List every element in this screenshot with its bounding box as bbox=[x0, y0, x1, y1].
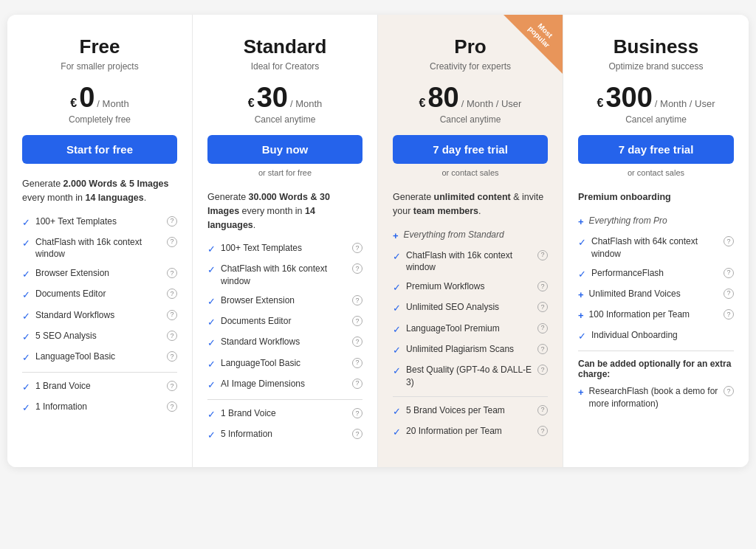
cta-button-free[interactable]: Start for free bbox=[22, 135, 177, 164]
plan-tagline-standard: Ideal for Creators bbox=[207, 61, 362, 72]
price-amount-pro: 80 bbox=[427, 83, 458, 111]
plus-icon: + bbox=[393, 229, 399, 243]
price-row-free: € 0 / Month bbox=[22, 83, 177, 111]
feature-item: ✓ Unlimited Plagiarism Scans ? bbox=[393, 343, 548, 357]
plan-col-business: BusinessOptimize brand success € 300 / M… bbox=[563, 15, 749, 467]
price-amount-business: 300 bbox=[605, 83, 652, 111]
check-icon: ✓ bbox=[393, 405, 401, 418]
feature-label: 100 Information per Team bbox=[589, 308, 718, 321]
feature-item: ✓ AI Image Dimensions ? bbox=[207, 378, 362, 392]
price-period-pro: / Month / User bbox=[461, 98, 522, 109]
feature-item: ✓ Best Quality (GPT-4o & DALL-E 3) ? bbox=[393, 364, 548, 389]
feature-label: LanguageTool Basic bbox=[221, 357, 347, 370]
info-icon[interactable]: ? bbox=[167, 401, 177, 412]
plan-col-pro: Mostpopular ProCreativity for experts € … bbox=[378, 15, 563, 467]
check-icon: ✓ bbox=[207, 243, 216, 256]
info-icon[interactable]: ? bbox=[352, 243, 362, 253]
plan-name-free: Free bbox=[22, 35, 177, 58]
feature-label: Browser Extension bbox=[221, 294, 347, 307]
feature-item: ✓ Standard Workflows ? bbox=[22, 309, 177, 323]
check-icon: ✓ bbox=[22, 351, 30, 365]
price-note-standard: Cancel anytime bbox=[207, 114, 362, 125]
feature-item: ✓ 100+ Text Templates ? bbox=[22, 215, 177, 229]
check-icon: ✓ bbox=[207, 263, 216, 277]
feature-item: + Unlimited Brand Voices ? bbox=[578, 288, 734, 302]
info-icon[interactable]: ? bbox=[352, 408, 362, 418]
features-list-standard: ✓ 100+ Text Templates ? ✓ ChatFlash with… bbox=[207, 242, 362, 392]
info-icon[interactable]: ? bbox=[167, 237, 177, 247]
feature-highlight-free: Generate 2.000 Words & 5 Images every mo… bbox=[22, 177, 177, 205]
most-popular-text: Mostpopular bbox=[520, 15, 563, 56]
feature-item: + Everything from Standard bbox=[393, 229, 548, 243]
feature-item: ✓ Browser Extension ? bbox=[22, 267, 177, 281]
info-icon[interactable]: ? bbox=[352, 429, 362, 439]
feature-label: Standard Workflows bbox=[221, 336, 347, 348]
cta-button-pro[interactable]: 7 day free trial bbox=[393, 135, 548, 164]
info-icon[interactable]: ? bbox=[167, 351, 177, 362]
info-icon[interactable]: ? bbox=[167, 268, 177, 278]
info-icon[interactable]: ? bbox=[724, 386, 734, 396]
price-amount-standard: 30 bbox=[257, 83, 288, 111]
info-icon[interactable]: ? bbox=[167, 216, 177, 227]
feature-label: 20 Information per Team bbox=[406, 425, 532, 438]
price-currency-business: € bbox=[597, 97, 604, 110]
info-icon[interactable]: ? bbox=[167, 289, 177, 299]
check-icon: ✓ bbox=[207, 316, 216, 329]
info-icon[interactable]: ? bbox=[537, 365, 548, 375]
info-icon[interactable]: ? bbox=[167, 381, 177, 391]
price-period-standard: / Month bbox=[290, 98, 322, 109]
features-list2-pro: ✓ 5 Brand Voices per Team ? ✓ 20 Informa… bbox=[393, 396, 548, 439]
info-icon[interactable]: ? bbox=[537, 323, 548, 334]
check-icon: ✓ bbox=[22, 289, 30, 302]
check-icon: ✓ bbox=[578, 268, 586, 281]
cta-button-business[interactable]: 7 day free trial bbox=[578, 135, 734, 164]
info-icon[interactable]: ? bbox=[537, 302, 548, 312]
check-icon: ✓ bbox=[22, 268, 30, 281]
price-currency-standard: € bbox=[248, 97, 255, 110]
info-icon[interactable]: ? bbox=[352, 316, 362, 326]
info-icon[interactable]: ? bbox=[352, 336, 362, 347]
feature-label: Documents Editor bbox=[35, 288, 162, 300]
feature-item: ✓ 1 Brand Voice ? bbox=[207, 407, 362, 421]
optional-label-business: Can be added optionally for an extra cha… bbox=[578, 351, 734, 379]
price-period-business: / Month / User bbox=[655, 98, 715, 109]
info-icon[interactable]: ? bbox=[724, 309, 734, 320]
info-icon[interactable]: ? bbox=[352, 263, 362, 274]
plan-tagline-business: Optimize brand success bbox=[578, 61, 734, 72]
features-list-business: + Everything from Pro ✓ ChatFlash with 6… bbox=[578, 215, 734, 344]
info-icon[interactable]: ? bbox=[537, 250, 548, 260]
plus-icon: + bbox=[578, 215, 584, 229]
feature-label: Unlimited SEO Analysis bbox=[406, 301, 532, 314]
feature-label: PerformanceFlash bbox=[591, 267, 718, 280]
feature-label: LanguageTool Premium bbox=[406, 322, 532, 335]
info-icon[interactable]: ? bbox=[724, 289, 734, 299]
price-period-free: / Month bbox=[97, 98, 128, 109]
feature-label: Best Quality (GPT-4o & DALL-E 3) bbox=[406, 364, 532, 389]
feature-label: Premium Workflows bbox=[406, 280, 532, 293]
info-icon[interactable]: ? bbox=[537, 344, 548, 354]
info-icon[interactable]: ? bbox=[724, 268, 734, 278]
feature-label: Unlimited Plagiarism Scans bbox=[406, 343, 532, 356]
feature-label: ChatFlash with 16k context window bbox=[406, 249, 532, 274]
info-icon[interactable]: ? bbox=[167, 310, 177, 320]
info-icon[interactable]: ? bbox=[352, 379, 362, 389]
info-icon[interactable]: ? bbox=[537, 426, 548, 436]
info-icon[interactable]: ? bbox=[537, 405, 548, 415]
info-icon[interactable]: ? bbox=[724, 236, 734, 246]
info-icon[interactable]: ? bbox=[167, 331, 177, 341]
plus-icon: + bbox=[578, 309, 584, 322]
feature-item: ✓ 20 Information per Team ? bbox=[393, 425, 548, 439]
check-icon: ✓ bbox=[22, 216, 30, 229]
cta-button-standard[interactable]: Buy now bbox=[207, 135, 362, 164]
feature-label: LanguageTool Basic bbox=[35, 351, 162, 363]
feature-label: Unlimited Brand Voices bbox=[589, 288, 718, 300]
check-icon: ✓ bbox=[207, 295, 216, 308]
check-icon: ✓ bbox=[22, 381, 30, 394]
info-icon[interactable]: ? bbox=[537, 281, 548, 291]
info-icon[interactable]: ? bbox=[352, 358, 362, 368]
cta-secondary-pro: or contact sales bbox=[393, 168, 548, 177]
info-icon[interactable]: ? bbox=[352, 295, 362, 305]
feature-item: ✓ 1 Brand Voice ? bbox=[22, 380, 177, 394]
feature-item: ✓ 5 Brand Voices per Team ? bbox=[393, 404, 548, 418]
features-list-free: ✓ 100+ Text Templates ? ✓ ChatFlash with… bbox=[22, 215, 177, 365]
